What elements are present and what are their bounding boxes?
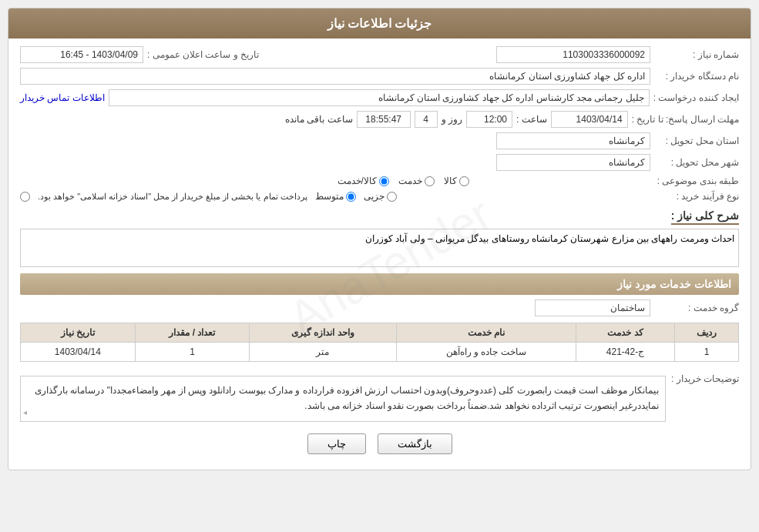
deadline-label: مهلت ارسال پاسخ: تا تاریخ : — [632, 114, 739, 125]
print-button[interactable]: چاپ — [307, 433, 366, 454]
col-header-name: نام خدمت — [396, 323, 576, 343]
creator-value: جلیل رجمانی مجد کارشناس اداره کل جهاد کش… — [109, 89, 650, 106]
back-button[interactable]: بازگشت — [378, 433, 452, 454]
buyer-value: اداره کل جهاد کشاورزی استان کرمانشاه — [20, 68, 650, 85]
contact-link[interactable]: اطلاعات تماس خریدار — [20, 92, 105, 103]
process-label: نوع فرآیند خرید : — [654, 191, 739, 202]
cell-name: ساخت جاده و راه‌آهن — [396, 343, 576, 362]
deadline-remaining-label: ساعت باقی مانده — [285, 114, 353, 125]
col-header-unit: واحد اندازه گیری — [250, 323, 396, 343]
notes-value: بیمانکار موظف است قیمت رابصورت کلی (عددو… — [35, 385, 659, 411]
announcement-label: تاریخ و ساعت اعلان عمومی : — [147, 49, 259, 60]
deadline-time-label: ساعت : — [516, 114, 547, 125]
cell-date: 1403/04/14 — [21, 343, 136, 362]
process-radio-group: جزیی متوسط پرداخت تمام یا بخشی از مبلغ خ… — [20, 191, 650, 202]
request-number-value: 1103003336000092 — [496, 46, 650, 63]
process-option-jozi[interactable]: جزیی — [364, 191, 397, 202]
category-option-kala[interactable]: کالا — [444, 176, 469, 186]
notes-label: توضیحات خریدار : — [670, 370, 739, 384]
creator-label: ایجاد کننده درخواست : — [653, 92, 739, 103]
description-textarea[interactable]: احداث ومرمت راههای بین مزارع شهرستان کرم… — [20, 229, 739, 267]
province-label: استان محل تحویل : — [654, 136, 739, 146]
services-table: ردیف کد خدمت نام خدمت واحد اندازه گیری ت… — [20, 323, 739, 362]
col-header-row: ردیف — [675, 323, 739, 343]
services-section-header: اطلاعات خدمات مورد نیاز — [20, 273, 739, 295]
city-value: کرمانشاه — [496, 154, 650, 171]
category-label: طبقه بندی موضوعی : — [654, 176, 739, 186]
cell-unit: متر — [250, 343, 396, 362]
bottom-buttons: بازگشت چاپ — [20, 433, 739, 462]
process-option-motavaset[interactable]: متوسط — [315, 191, 356, 202]
announcement-value: 1403/04/09 - 16:45 — [20, 46, 143, 63]
process-option-khazan: پرداخت تمام یا بخشی از مبلغ خریدار از مح… — [38, 192, 307, 202]
col-header-qty: تعداد / مقدار — [135, 323, 250, 343]
category-option-khedmat[interactable]: خدمت — [398, 176, 435, 186]
buyer-label: نام دستگاه خریدار : — [654, 71, 739, 82]
process-option-khazan-radio[interactable] — [20, 192, 30, 202]
category-option-kala-khedmat[interactable]: کالا/خدمت — [338, 176, 389, 186]
service-group-value: ساختمان — [535, 299, 650, 316]
col-header-code: کد خدمت — [576, 323, 675, 343]
cell-qty: 1 — [135, 343, 250, 362]
description-section-label: شرح کلی نیاز : — [671, 209, 739, 225]
category-radio-group: کالا خدمت کالا/خدمت — [338, 176, 651, 186]
deadline-time: 12:00 — [466, 111, 512, 128]
deadline-date: 1403/04/14 — [551, 111, 628, 128]
cell-row: 1 — [675, 343, 739, 362]
request-number-label: شماره نیاز : — [654, 49, 739, 60]
city-label: شهر محل تحویل : — [654, 157, 739, 168]
page-header: جزئیات اطلاعات نیاز — [8, 8, 751, 38]
cell-code: ج-42-421 — [576, 343, 675, 362]
col-header-date: تاریخ نیاز — [21, 323, 136, 343]
province-value: کرمانشاه — [496, 132, 650, 149]
deadline-remaining: 18:55:47 — [357, 111, 411, 128]
service-group-label: گروه خدمت : — [654, 303, 739, 313]
deadline-days: 4 — [415, 111, 438, 128]
table-row: 1 ج-42-421 ساخت جاده و راه‌آهن متر 1 140… — [21, 343, 739, 362]
deadline-day-label: روز و — [442, 114, 462, 125]
